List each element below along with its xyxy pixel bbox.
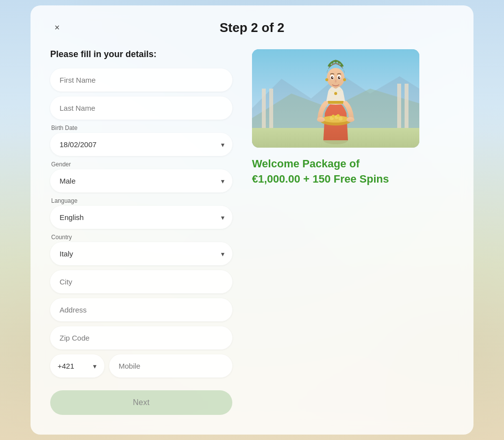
country-select-wrapper: Italy United Kingdom Germany France Spai… (50, 242, 232, 265)
mobile-input[interactable] (109, 354, 232, 377)
svg-rect-9 (327, 101, 344, 104)
svg-point-12 (329, 64, 331, 67)
last-name-group (50, 96, 232, 120)
close-button[interactable]: × (50, 21, 64, 35)
svg-point-15 (338, 62, 341, 64)
svg-rect-7 (405, 84, 409, 128)
last-name-input[interactable] (50, 96, 232, 120)
country-select[interactable]: Italy United Kingdom Germany France Spai… (50, 242, 232, 265)
language-select-wrapper: English Italian Spanish French German ▾ (50, 206, 232, 229)
phone-code-select[interactable]: +421 +39 +44 +1 (50, 354, 104, 377)
left-panel: Please fill in your details: Birth Date … (50, 49, 232, 415)
zip-input[interactable] (50, 326, 232, 349)
gender-select-wrapper: Male Female Other ▾ (50, 169, 232, 192)
phone-code-wrapper: +421 +39 +44 +1 ▾ (50, 354, 104, 377)
svg-point-22 (339, 77, 340, 78)
phone-group: +421 +39 +44 +1 ▾ (50, 354, 232, 377)
svg-point-21 (332, 77, 333, 78)
birth-date-group: Birth Date 18/02/2007 ▾ (50, 125, 232, 156)
gender-select[interactable]: Male Female Other (50, 169, 232, 192)
promo-text: Welcome Package of €1,000.00 + 150 Free … (252, 157, 410, 187)
language-group: Language English Italian Spanish French … (50, 197, 232, 229)
form-section-title: Please fill in your details: (50, 49, 232, 60)
modal: × Step 2 of 2 Please fill in your detail… (31, 5, 473, 435)
svg-point-11 (327, 68, 345, 88)
zip-group (50, 326, 232, 349)
svg-rect-4 (262, 89, 266, 128)
next-button[interactable]: Next (50, 390, 232, 415)
svg-point-31 (332, 115, 335, 118)
birth-date-label: Birth Date (50, 125, 232, 131)
right-panel: Welcome Package of €1,000.00 + 150 Free … (252, 49, 454, 415)
step-title: Step 2 of 2 (220, 20, 284, 35)
city-input[interactable] (50, 270, 232, 293)
promo-image (252, 49, 419, 148)
svg-point-33 (317, 117, 325, 122)
svg-point-25 (343, 78, 346, 81)
svg-point-13 (331, 62, 334, 64)
close-icon: × (55, 23, 60, 33)
birth-date-select[interactable]: 18/02/2007 (50, 133, 232, 156)
address-group (50, 298, 232, 321)
modal-body: Please fill in your details: Birth Date … (50, 49, 454, 415)
first-name-group (50, 68, 232, 92)
svg-point-19 (331, 76, 334, 79)
svg-point-34 (346, 117, 354, 122)
svg-point-14 (335, 61, 337, 63)
gender-label: Gender (50, 161, 232, 168)
svg-point-24 (325, 78, 328, 81)
gender-group: Gender Male Female Other ▾ (50, 161, 232, 192)
address-input[interactable] (50, 298, 232, 321)
country-group: Country Italy United Kingdom Germany Fra… (50, 234, 232, 265)
svg-point-32 (337, 114, 340, 117)
svg-point-30 (339, 117, 343, 121)
language-label: Language (50, 197, 232, 204)
svg-rect-6 (397, 84, 401, 128)
svg-point-16 (341, 64, 343, 67)
city-group (50, 270, 232, 293)
country-label: Country (50, 234, 232, 241)
first-name-input[interactable] (50, 68, 232, 92)
svg-point-20 (338, 76, 341, 79)
svg-point-23 (334, 92, 337, 95)
phone-row: +421 +39 +44 +1 ▾ (50, 354, 232, 377)
svg-rect-5 (269, 89, 273, 128)
birth-date-select-wrapper: 18/02/2007 ▾ (50, 133, 232, 156)
language-select[interactable]: English Italian Spanish French German (50, 206, 232, 229)
modal-header: × Step 2 of 2 (50, 20, 454, 35)
